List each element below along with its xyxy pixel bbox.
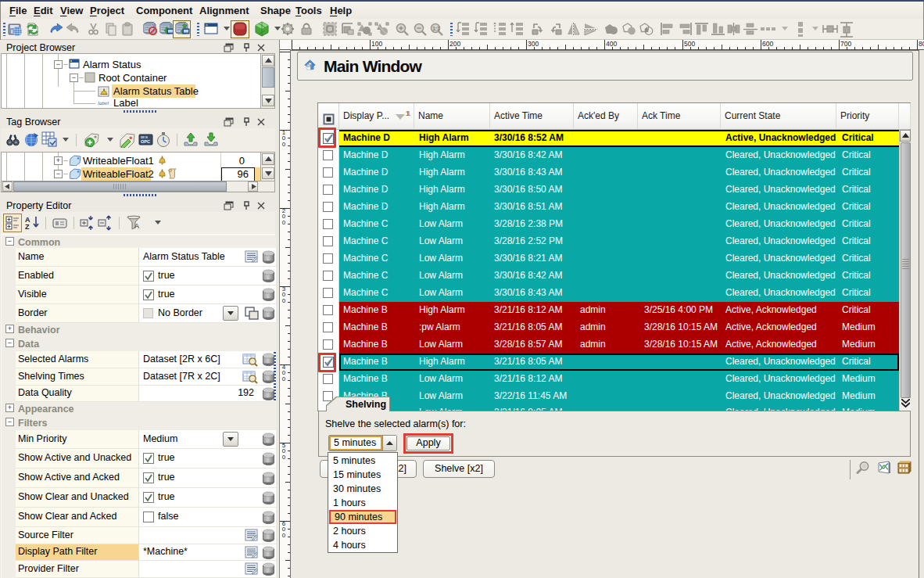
svg-text:label: label <box>98 100 109 106</box>
svg-text:A: A <box>134 222 139 230</box>
svg-text:OPC: OPC <box>141 139 150 144</box>
svg-text:1:1: 1:1 <box>432 26 440 31</box>
svg-text:Z: Z <box>25 223 30 231</box>
